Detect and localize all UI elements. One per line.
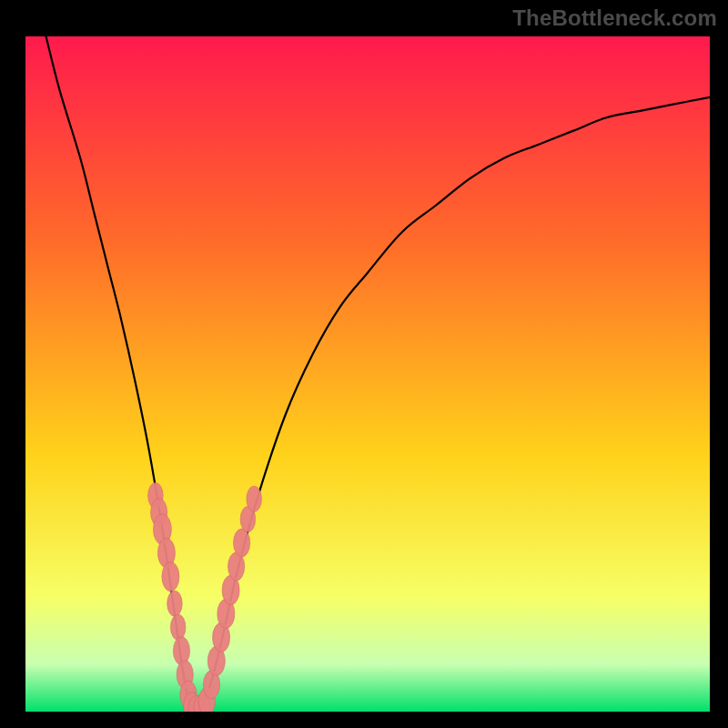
- svg-point-21: [234, 529, 250, 557]
- svg-point-5: [162, 561, 179, 591]
- svg-point-6: [167, 591, 183, 616]
- chart-frame: TheBottleneck.com: [0, 0, 728, 728]
- svg-point-7: [170, 614, 186, 640]
- plot-area: [25, 36, 710, 712]
- data-markers: [25, 36, 710, 712]
- svg-point-23: [247, 486, 262, 511]
- watermark-text: TheBottleneck.com: [512, 5, 717, 31]
